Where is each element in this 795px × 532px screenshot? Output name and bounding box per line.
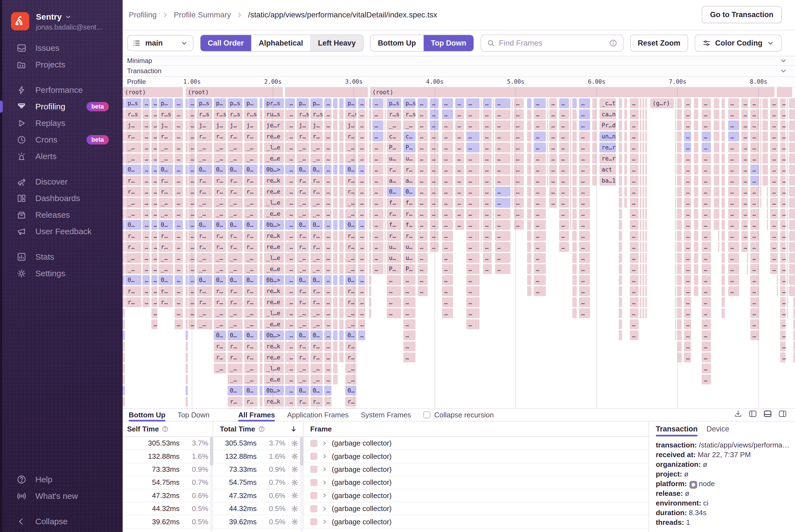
- flame-frame[interactable]: [186, 264, 188, 274]
- flame-frame[interactable]: re…e: [264, 187, 284, 197]
- flame-frame[interactable]: …: [579, 154, 590, 164]
- flame-frame[interactable]: …: [442, 120, 453, 130]
- flame-frame[interactable]: [122, 286, 125, 296]
- flame-frame[interactable]: [285, 187, 287, 197]
- flame-frame[interactable]: …: [579, 198, 590, 208]
- flame-frame[interactable]: …: [287, 319, 295, 329]
- flame-frame[interactable]: …: [534, 165, 546, 175]
- flame-frame[interactable]: [333, 297, 338, 307]
- sidebar-item-projects[interactable]: Projects: [0, 56, 122, 73]
- sidebar-item-replays[interactable]: Replays: [0, 115, 122, 132]
- flame-frame[interactable]: …: [534, 220, 546, 230]
- flame-frame[interactable]: [186, 165, 188, 175]
- flame-frame[interactable]: …: [728, 165, 739, 175]
- flame-frame[interactable]: …: [466, 165, 479, 175]
- flame-frame[interactable]: …: [780, 220, 785, 230]
- flame-frame[interactable]: …: [495, 154, 510, 164]
- flame-frame[interactable]: [789, 187, 793, 197]
- flame-frame[interactable]: r…: [126, 132, 141, 141]
- flame-frame[interactable]: [285, 209, 287, 219]
- flame-frame-sliver[interactable]: [747, 98, 748, 274]
- chevron-down-icon[interactable]: [779, 67, 787, 75]
- flame-frame[interactable]: _…: [297, 198, 309, 208]
- flame-frame[interactable]: [572, 109, 577, 119]
- flame-frame[interactable]: [369, 120, 371, 130]
- flame-frame[interactable]: [369, 142, 371, 152]
- flame-frame[interactable]: [624, 176, 627, 186]
- flame-frame[interactable]: [260, 408, 262, 408]
- flame-frame[interactable]: [122, 308, 125, 318]
- flame-frame[interactable]: (g…r): [650, 98, 674, 108]
- flame-frame[interactable]: …: [741, 187, 747, 197]
- flame-frame[interactable]: [285, 375, 287, 384]
- flame-frame[interactable]: 0…: [310, 220, 323, 230]
- flame-frame[interactable]: [369, 220, 371, 230]
- flame-frame[interactable]: [619, 187, 622, 197]
- sidebar-item-releases[interactable]: Releases: [0, 207, 122, 223]
- flame-frame-sliver[interactable]: [512, 98, 513, 208]
- flame-frame[interactable]: …: [579, 132, 590, 141]
- flame-frame[interactable]: [186, 353, 188, 362]
- flame-frame[interactable]: [619, 253, 622, 263]
- flame-frame[interactable]: [619, 330, 622, 340]
- flame-frame[interactable]: r…: [310, 176, 323, 186]
- flame-frame[interactable]: …: [728, 264, 739, 274]
- flame-frame[interactable]: …: [630, 165, 639, 175]
- flame-frame[interactable]: …: [358, 242, 365, 252]
- flame-frame[interactable]: 0…: [126, 220, 141, 230]
- flame-frame[interactable]: [694, 109, 698, 119]
- flame-frame[interactable]: _…: [244, 264, 258, 274]
- flame-frame[interactable]: r…s: [310, 109, 323, 119]
- flame-frame[interactable]: r…: [126, 187, 141, 197]
- flame-frame[interactable]: [624, 154, 627, 164]
- flame-frame[interactable]: [122, 209, 125, 219]
- flame-frame[interactable]: [789, 132, 793, 141]
- flame-frame[interactable]: …: [702, 209, 711, 219]
- go-to-transaction-button[interactable]: Go to Transaction: [702, 6, 782, 23]
- flame-frame[interactable]: …: [418, 109, 428, 119]
- flame-frame[interactable]: …: [702, 375, 711, 384]
- flame-frame[interactable]: …: [287, 98, 295, 108]
- flame-frame[interactable]: c…: [403, 132, 415, 141]
- flame-frame[interactable]: …: [151, 220, 157, 230]
- flame-frame[interactable]: [572, 142, 577, 152]
- flame-frame[interactable]: 0…: [228, 275, 243, 285]
- flame-frame[interactable]: [369, 154, 371, 164]
- flame-frame[interactable]: [260, 109, 262, 119]
- flame-frame[interactable]: …: [287, 330, 295, 340]
- flame-frame[interactable]: r…: [297, 397, 309, 406]
- flame-frame[interactable]: …: [175, 253, 183, 263]
- flame-frame[interactable]: [527, 132, 531, 141]
- flame-frame[interactable]: …: [559, 242, 569, 252]
- flame-frame[interactable]: [122, 319, 125, 329]
- flame-frame[interactable]: …: [151, 120, 157, 130]
- flame-frame[interactable]: r…: [214, 176, 226, 186]
- flame-frame[interactable]: [721, 176, 725, 186]
- flame-frame[interactable]: …: [770, 253, 777, 263]
- flame-frame[interactable]: …: [579, 308, 590, 318]
- flame-frame[interactable]: …: [630, 187, 639, 197]
- flame-frame[interactable]: [369, 198, 371, 208]
- flame-frame[interactable]: _…: [126, 154, 141, 164]
- flame-frame[interactable]: …: [549, 176, 557, 186]
- flame-frame[interactable]: [122, 220, 125, 230]
- flame-frame[interactable]: …: [358, 165, 365, 175]
- flame-frame[interactable]: …: [358, 120, 365, 130]
- flame-frame[interactable]: r…: [197, 176, 212, 186]
- flame-frame[interactable]: [694, 220, 698, 230]
- flame-frame[interactable]: _…: [297, 308, 309, 318]
- flame-frame[interactable]: …: [418, 231, 428, 241]
- flame-frame[interactable]: …: [358, 253, 365, 263]
- flame-frame[interactable]: …: [143, 187, 150, 197]
- flame-frame[interactable]: _…: [345, 154, 356, 164]
- sort-option-alphabetical[interactable]: Alphabetical: [252, 35, 311, 51]
- flame-frame[interactable]: …: [549, 187, 557, 197]
- flame-frame[interactable]: r…: [228, 286, 243, 296]
- flame-frame[interactable]: P…: [403, 264, 415, 274]
- flame-frame[interactable]: [619, 109, 622, 119]
- flame-frame[interactable]: …: [684, 330, 691, 340]
- flame-frame[interactable]: 0…: [297, 220, 309, 230]
- flame-frame[interactable]: …: [455, 154, 464, 164]
- flame-frame[interactable]: …: [151, 109, 157, 119]
- flame-frame[interactable]: …: [324, 198, 332, 208]
